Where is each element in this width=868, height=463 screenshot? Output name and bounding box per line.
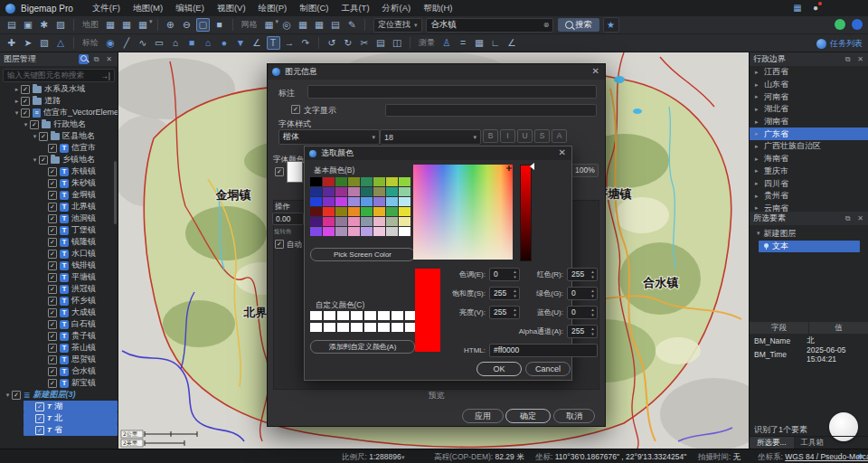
basemap-satellite-icon[interactable]: ▦: [120, 18, 134, 32]
checkbox-checked-icon[interactable]: ✓: [48, 344, 57, 353]
font-b-button[interactable]: B: [483, 129, 498, 143]
dialog-close-icon[interactable]: ✕: [592, 66, 599, 76]
spinner-arrows-icon[interactable]: ▴▾: [590, 269, 596, 280]
tree-expander-icon[interactable]: ▾: [22, 121, 30, 128]
value-slider[interactable]: [520, 165, 532, 261]
layer-tree-item[interactable]: ▾✓≣新建图层(3): [0, 389, 118, 401]
checkbox-checked-icon[interactable]: ✓: [35, 402, 44, 411]
layer-tree-item[interactable]: ✓T怀乡镇: [0, 295, 118, 307]
current-color-swatch[interactable]: [287, 161, 303, 183]
square-icon[interactable]: ■: [185, 36, 199, 50]
custom-color-cell[interactable]: [378, 323, 390, 332]
undo-icon[interactable]: ↺: [326, 36, 339, 50]
font-a-button[interactable]: A: [552, 129, 567, 143]
area-image-icon[interactable]: ▦: [473, 36, 486, 50]
text-display-checkbox[interactable]: ✓: [291, 105, 300, 114]
palette-color-cell[interactable]: [399, 187, 410, 196]
layer-search-input[interactable]: 输入关键图元名称搜索 →|: [3, 69, 115, 82]
polygon-select-icon[interactable]: △: [54, 36, 68, 50]
layer-tree-item[interactable]: ▾✓乡镇地名: [0, 154, 118, 165]
tree-expander-icon[interactable]: ▸: [755, 143, 764, 150]
layer-tree-item[interactable]: ▾✓行政地名: [0, 118, 118, 130]
point-marker-icon[interactable]: ◉: [104, 36, 118, 50]
polygon-icon[interactable]: ⌂: [169, 36, 183, 50]
menu-item[interactable]: 编辑(E): [175, 3, 204, 14]
tab-toolbox[interactable]: 工具箱: [794, 437, 832, 449]
pick-screen-color-button[interactable]: Pick Screen Color: [310, 248, 415, 261]
line-icon[interactable]: ╱: [120, 36, 134, 50]
palette-color-cell[interactable]: [373, 187, 385, 196]
palette-color-cell[interactable]: [310, 197, 322, 206]
font-i-button[interactable]: I: [500, 129, 515, 143]
apply-button[interactable]: 应用: [462, 409, 504, 423]
palette-color-cell[interactable]: [335, 177, 347, 186]
checkbox-checked-icon[interactable]: ✓: [48, 261, 57, 270]
custom-color-cell[interactable]: [364, 323, 376, 332]
clear-search-icon[interactable]: ⊗: [543, 21, 550, 29]
palette-color-cell[interactable]: [323, 197, 335, 206]
palette-color-cell[interactable]: [348, 177, 360, 186]
palette-color-cell[interactable]: [335, 217, 347, 226]
auto-checkbox[interactable]: ✓: [275, 240, 284, 249]
layer-split-icon[interactable]: ▤: [329, 18, 343, 32]
palette-color-cell[interactable]: [323, 227, 335, 236]
scale-indicator[interactable]: 比例尺: 1:288896 ▾: [342, 449, 405, 463]
palette-color-cell[interactable]: [335, 197, 347, 206]
selection-group-row[interactable]: ▾ 新建图层: [750, 228, 797, 239]
checkbox-checked-icon[interactable]: ✓: [35, 414, 44, 423]
float-panel-icon[interactable]: ⧉: [843, 213, 853, 223]
checkbox-checked-icon[interactable]: ✓: [21, 97, 30, 106]
tree-expander-icon[interactable]: ▾: [4, 392, 12, 399]
palette-color-cell[interactable]: [348, 187, 360, 196]
tree-expander-icon[interactable]: ▾: [31, 156, 39, 164]
checkbox-checked-icon[interactable]: ✓: [48, 379, 57, 388]
palette-color-cell[interactable]: [399, 177, 410, 186]
custom-color-cell[interactable]: [392, 311, 403, 320]
palette-color-cell[interactable]: [348, 197, 360, 206]
checkbox-checked-icon[interactable]: ✓: [30, 120, 39, 129]
globe-icon[interactable]: ◎: [280, 18, 294, 32]
palette-color-cell[interactable]: [373, 177, 385, 186]
cancel-button[interactable]: 取消: [553, 409, 595, 423]
palette-color-cell[interactable]: [373, 217, 385, 226]
checkbox-checked-icon[interactable]: ✓: [48, 332, 57, 341]
layer-tree-item[interactable]: ✓T信宜市: [0, 142, 118, 154]
pentagon-icon[interactable]: ⌂: [202, 36, 215, 50]
add-custom-color-button[interactable]: 添加到自定义颜色(A): [310, 340, 415, 354]
polyline-icon[interactable]: ∿: [137, 36, 150, 50]
font-u-button[interactable]: U: [517, 129, 533, 143]
palette-color-cell[interactable]: [361, 197, 373, 206]
province-item[interactable]: ▸山东省: [750, 79, 868, 91]
split-panel-icon[interactable]: ◫: [391, 36, 404, 50]
province-item[interactable]: ▸海南省: [750, 153, 868, 165]
province-item[interactable]: ▸重庆市: [750, 165, 868, 178]
palette-color-cell[interactable]: [386, 227, 398, 236]
color-field-input[interactable]: 255▴▾: [489, 287, 520, 300]
palette-color-cell[interactable]: [310, 177, 322, 186]
spinner-arrows-icon[interactable]: ▴▾: [512, 269, 518, 280]
color-field-input[interactable]: 255▴▾: [489, 306, 520, 319]
palette-color-cell[interactable]: [310, 187, 322, 196]
table-row[interactable]: BM_Time2025-06-05 15:04:21: [750, 347, 868, 361]
layer-tree-item[interactable]: ✓T朱砂镇: [0, 177, 118, 189]
font-color-checkbox[interactable]: ✓: [275, 167, 284, 176]
zoom-in-icon[interactable]: ⊕: [164, 18, 177, 32]
layer-tree-item[interactable]: ✓T平塘镇: [0, 271, 118, 283]
redo-icon[interactable]: ↻: [342, 36, 355, 50]
text-content-input[interactable]: [385, 104, 597, 117]
dialog-title-bar[interactable]: 图元信息 ✕: [268, 64, 605, 80]
palette-color-cell[interactable]: [386, 197, 398, 206]
layer-tree-item[interactable]: ✓T合水镇: [0, 365, 118, 377]
color-cancel-button[interactable]: Cancel: [525, 362, 571, 376]
locate-search-dropdown[interactable]: 定位查找 ▾: [373, 18, 422, 33]
checkbox-checked-icon[interactable]: ✓: [48, 238, 57, 247]
province-item[interactable]: ▸湖北省: [750, 103, 868, 116]
saturation-value-picker[interactable]: [413, 165, 513, 260]
tree-expander-icon[interactable]: ▸: [755, 156, 764, 163]
color-field-input[interactable]: 0▴▾: [489, 268, 520, 281]
custom-color-cell[interactable]: [364, 311, 376, 320]
checkbox-checked-icon[interactable]: ✓: [48, 144, 57, 153]
tree-expander-icon[interactable]: ▸: [755, 118, 764, 126]
opacity-value[interactable]: 100%: [571, 164, 599, 177]
palette-color-cell[interactable]: [386, 177, 398, 186]
